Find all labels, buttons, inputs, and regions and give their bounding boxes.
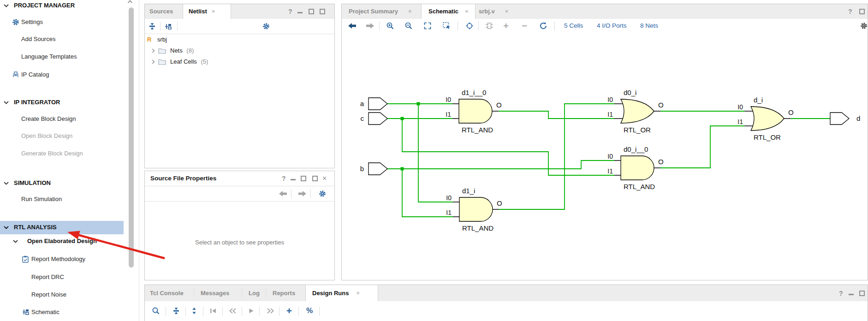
scroll-up-icon[interactable]	[127, 0, 133, 5]
gear-icon[interactable]	[859, 21, 868, 31]
help-icon[interactable]: ?	[848, 8, 852, 15]
schematic-icon[interactable]	[163, 21, 173, 31]
close-icon[interactable]: ×	[465, 8, 469, 15]
nets-link[interactable]: 8 Nets	[640, 19, 658, 33]
bottom-panel: Tcl Console Messages Log Reports Design …	[144, 285, 868, 321]
section-project-manager[interactable]: PROJECT MANAGER	[0, 0, 124, 11]
tab-project-summary[interactable]: Project Summary×	[349, 4, 412, 19]
tab-netlist[interactable]: Netlist×	[183, 4, 231, 19]
chevron-right-icon[interactable]	[152, 59, 155, 64]
back-arrow-icon[interactable]	[347, 21, 357, 31]
tab-log[interactable]: Log	[249, 285, 260, 301]
nav-item-report-drc[interactable]: Report DRC	[0, 272, 124, 283]
step-first-icon[interactable]	[208, 306, 218, 316]
forward-arrow-icon[interactable]	[297, 189, 307, 199]
section-rtl-analysis[interactable]: RTL ANALYSIS	[0, 222, 124, 233]
io-ports-link[interactable]: 4 I/O Ports	[597, 19, 627, 33]
tab-srbj-v[interactable]: srbj.v×	[479, 4, 508, 19]
zoom-out-icon[interactable]	[404, 21, 414, 31]
step-forward-icon[interactable]	[265, 306, 275, 316]
percent-icon[interactable]: %	[304, 306, 315, 316]
close-icon[interactable]: ×	[322, 175, 327, 182]
gear-icon[interactable]	[317, 189, 327, 199]
svg-text:I1: I1	[737, 118, 743, 125]
minimize-icon[interactable]	[849, 294, 854, 295]
nav-item-open-elaborated-design[interactable]: Open Elaborated Design	[0, 236, 124, 247]
nav-item-report-methodology[interactable]: Report Methodology	[0, 254, 124, 265]
chevron-down-icon	[13, 236, 18, 247]
tab-tcl-console[interactable]: Tcl Console	[150, 285, 184, 301]
sidebar-scrollbar[interactable]	[129, 7, 134, 268]
autofit-selection-icon[interactable]	[464, 21, 475, 31]
zoom-in-icon[interactable]	[385, 21, 395, 31]
tab-messages[interactable]: Messages	[201, 285, 229, 301]
forward-arrow-icon[interactable]	[365, 21, 375, 31]
collapse-cone-minus-icon[interactable]: −	[519, 21, 529, 31]
close-icon[interactable]: ×	[505, 8, 509, 15]
collapse-all-icon[interactable]	[171, 306, 181, 316]
schematic-canvas[interactable]: d1_i__0RTL_ANDI0I1Od0_iRTL_ORI0I1Od_iRTL…	[342, 33, 868, 280]
close-icon[interactable]: ×	[212, 8, 215, 15]
tab-sources[interactable]: Sources	[149, 4, 173, 19]
nav-item-open-block-design[interactable]: Open Block Design	[0, 131, 124, 142]
tree-node-leaf-cells[interactable]: Leaf Cells (5)	[145, 57, 334, 67]
svg-text:RTL_AND: RTL_AND	[462, 126, 493, 134]
zoom-selection-icon[interactable]	[441, 21, 452, 31]
svg-text:I1: I1	[446, 111, 451, 118]
zoom-fit-icon[interactable]	[422, 21, 433, 31]
maximize-icon[interactable]	[859, 291, 865, 296]
close-icon[interactable]: ×	[408, 8, 412, 15]
nav-item-settings[interactable]: Settings	[0, 17, 124, 28]
create-run-plus-icon[interactable]: +	[284, 306, 294, 316]
section-simulation[interactable]: SIMULATION	[0, 178, 124, 189]
svg-text:I0: I0	[607, 153, 613, 160]
svg-text:c: c	[361, 114, 364, 122]
help-icon[interactable]: ?	[282, 175, 286, 182]
tab-schematic[interactable]: Schematic×	[421, 4, 476, 19]
nav-item-schematic[interactable]: Schematic	[0, 307, 124, 318]
search-icon[interactable]	[151, 306, 161, 316]
minimize-icon[interactable]	[297, 12, 303, 13]
close-icon[interactable]: ×	[356, 290, 360, 297]
properties-toolbar	[145, 186, 334, 202]
regenerate-icon[interactable]	[538, 21, 548, 31]
back-arrow-icon[interactable]	[278, 189, 288, 199]
nav-item-generate-block-design[interactable]: Generate Block Design	[0, 148, 124, 159]
section-ip-integrator[interactable]: IP INTEGRATOR	[0, 97, 124, 108]
expand-cone-plus-icon[interactable]: +	[501, 21, 511, 31]
sources-tabbar: Sources Netlist× ?	[145, 4, 334, 19]
add-cell-icon[interactable]	[484, 21, 494, 31]
tree-root-srbj[interactable]: R srbj	[145, 35, 334, 45]
svg-text:a: a	[360, 100, 364, 107]
float-icon[interactable]	[312, 176, 318, 181]
cells-link[interactable]: 5 Cells	[564, 19, 583, 33]
gear-icon[interactable]	[261, 21, 271, 31]
nav-item-create-block-design[interactable]: Create Block Design	[0, 113, 124, 125]
expand-all-icon[interactable]	[189, 306, 199, 316]
help-icon[interactable]: ?	[839, 290, 843, 297]
tab-reports[interactable]: Reports	[273, 285, 295, 301]
step-back-icon[interactable]	[227, 306, 238, 316]
tree-node-nets[interactable]: Nets (8)	[145, 46, 334, 56]
float-icon[interactable]	[859, 9, 865, 14]
nav-item-add-sources[interactable]: Add Sources	[0, 34, 124, 45]
nav-item-ip-catalog[interactable]: IP Catalog	[0, 69, 124, 80]
chevron-down-icon	[4, 97, 9, 108]
float-icon[interactable]	[320, 9, 325, 14]
minimize-icon[interactable]	[291, 179, 296, 180]
chevron-down-icon	[4, 178, 9, 189]
schematic-drawing: d1_i__0RTL_ANDI0I1Od0_iRTL_ORI0I1Od_iRTL…	[342, 33, 868, 280]
svg-text:O: O	[788, 108, 794, 116]
nav-item-report-noise[interactable]: Report Noise	[0, 289, 124, 300]
tab-design-runs[interactable]: Design Runs×	[305, 285, 378, 301]
leaf-cells-count: (5)	[201, 58, 208, 65]
maximize-icon[interactable]	[309, 9, 314, 14]
help-icon[interactable]: ?	[288, 8, 292, 15]
nav-item-run-simulation[interactable]: Run Simulation	[0, 194, 124, 205]
run-icon[interactable]	[246, 306, 256, 316]
chevron-right-icon[interactable]	[152, 48, 155, 53]
maximize-icon[interactable]	[301, 176, 306, 181]
nav-item-language-templates[interactable]: Language Templates	[0, 51, 124, 62]
svg-text:RTL_AND: RTL_AND	[462, 224, 493, 232]
collapse-all-icon[interactable]	[147, 21, 157, 31]
